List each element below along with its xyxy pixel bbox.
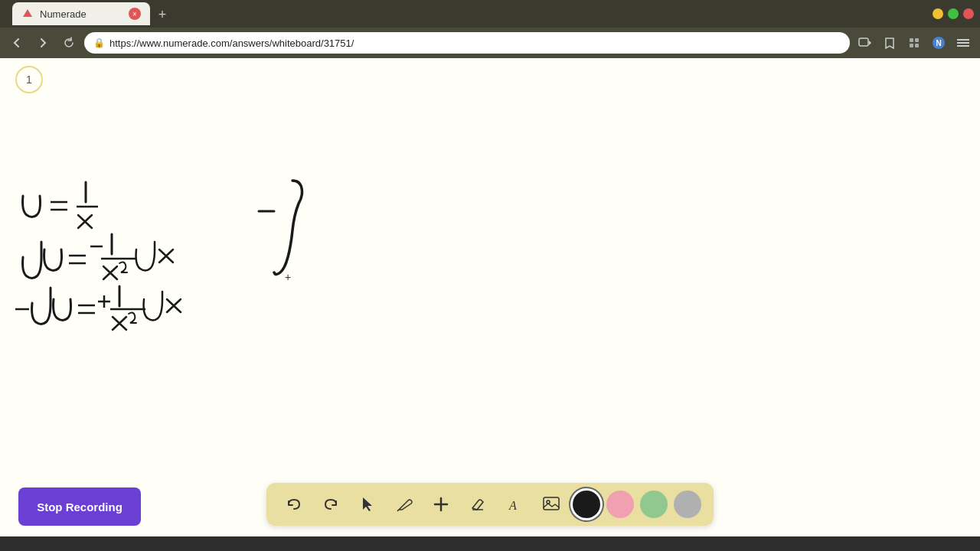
image-tool-button[interactable] [536, 489, 567, 520]
page-number-indicator: 1 [15, 66, 43, 93]
text-tool-button[interactable]: A [499, 489, 530, 520]
refresh-button[interactable] [58, 32, 80, 54]
drawing-toolbar: A [266, 483, 714, 526]
redo-button[interactable] [315, 489, 346, 520]
forward-button[interactable] [32, 32, 54, 54]
new-tab-button[interactable]: + [152, 4, 173, 25]
svg-line-27 [397, 510, 399, 511]
whiteboard-canvas[interactable]: 1 [0, 58, 980, 536]
color-pink[interactable] [606, 491, 634, 518]
pen-tool-button[interactable] [389, 489, 420, 520]
svg-text:A: A [508, 499, 517, 512]
svg-rect-5 [910, 44, 913, 47]
svg-rect-1 [859, 38, 868, 46]
svg-marker-26 [363, 497, 372, 511]
window-maximize-button[interactable] [948, 8, 959, 19]
active-tab[interactable]: Numerade × [12, 2, 150, 25]
eraser-tool-button[interactable] [462, 489, 493, 520]
tab-title: Numerade [40, 8, 122, 20]
integral-content [253, 173, 329, 295]
svg-marker-2 [869, 41, 871, 45]
stop-recording-button[interactable]: Stop Recording [18, 487, 141, 526]
address-lock-icon: 🔒 [93, 37, 105, 48]
back-button[interactable] [6, 32, 28, 54]
svg-rect-6 [915, 44, 919, 47]
tab-favicon [21, 8, 34, 20]
undo-button[interactable] [279, 489, 309, 520]
select-tool-button[interactable] [352, 489, 383, 520]
window-minimize-button[interactable] [933, 8, 943, 19]
tab-close-button[interactable]: × [129, 8, 141, 20]
extensions-icon[interactable] [903, 32, 925, 54]
svg-marker-0 [23, 9, 32, 17]
address-bar[interactable]: 🔒 https://www.numerade.com/answers/white… [84, 32, 850, 54]
add-element-button[interactable] [426, 489, 456, 520]
color-black[interactable] [573, 491, 600, 518]
svg-rect-32 [544, 497, 559, 510]
menu-icon[interactable] [952, 32, 974, 54]
svg-rect-3 [910, 38, 913, 42]
address-text: https://www.numerade.com/answers/whitebo… [109, 37, 841, 49]
color-green[interactable] [640, 491, 668, 518]
svg-rect-4 [915, 38, 919, 42]
window-close-button[interactable] [963, 8, 974, 19]
svg-text:N: N [936, 39, 941, 47]
color-gray[interactable] [674, 491, 701, 518]
screen-record-icon [854, 32, 876, 54]
bookmark-icon[interactable] [879, 32, 900, 54]
profile-icon[interactable]: N [928, 32, 949, 54]
